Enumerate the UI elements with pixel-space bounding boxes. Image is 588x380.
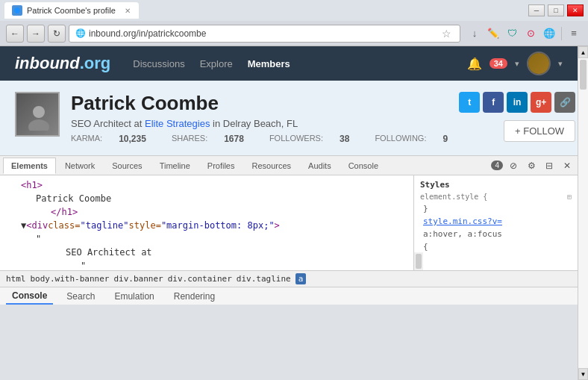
facebook-button[interactable]: f — [483, 92, 504, 113]
error-badge: 4 — [491, 161, 503, 170]
tab-sources[interactable]: Sources — [104, 158, 150, 174]
tab-close-button[interactable]: ✕ — [125, 7, 131, 15]
devtools-tabs: Elements Network Sources Timeline Profil… — [0, 156, 578, 175]
breadcrumb-div-container[interactable]: div.container — [168, 274, 232, 284]
tab-resources[interactable]: Resources — [243, 158, 299, 174]
breadcrumb-html[interactable]: html — [6, 274, 26, 284]
scroll-track[interactable] — [578, 58, 588, 368]
breadcrumb-div-tagline[interactable]: div.tagline — [237, 274, 291, 284]
triangle-icon: ▼ — [21, 220, 26, 231]
devtools-close-icon[interactable]: ✕ — [560, 158, 575, 173]
bookmark-button[interactable]: ☆ — [439, 26, 454, 41]
refresh-button[interactable]: ↻ — [48, 25, 66, 43]
social-links: t f in g+ 🔗 — [459, 92, 575, 113]
breadcrumb-a[interactable]: a — [295, 273, 307, 284]
forward-button[interactable]: → — [27, 25, 45, 43]
breadcrumb-div-banner[interactable]: div.banner — [113, 274, 163, 284]
company-link[interactable]: Elite Strategies — [145, 118, 210, 129]
svg-point-0 — [14, 7, 20, 13]
tab-network[interactable]: Network — [57, 158, 103, 174]
scroll-thumb[interactable] — [580, 60, 587, 90]
styles-header: Styles — [417, 178, 575, 191]
tab-timeline[interactable]: Timeline — [151, 158, 198, 174]
quote-1: " — [36, 234, 41, 244]
breadcrumb-body[interactable]: body.with-banner — [31, 274, 110, 284]
nav-separator — [561, 27, 562, 40]
profile-avatar — [15, 92, 60, 137]
maximize-button[interactable]: □ — [548, 4, 564, 16]
main-area: inbound.org Discussions Explore Members … — [0, 46, 578, 380]
nav-discussions[interactable]: Discussions — [133, 58, 184, 69]
extension-icon-2[interactable]: 🛡 — [504, 25, 520, 42]
googleplus-button[interactable]: g+ — [531, 92, 551, 113]
devtools-code-panel[interactable]: <h1> Patrick Coombe </h1> ▼ <div — [0, 175, 413, 270]
code-line-4: ▼ <div class="tagline" style="margin-bot… — [6, 219, 407, 232]
devtools-breadcrumb: html body.with-banner div.banner div.con… — [0, 270, 578, 287]
style-hover-selector: a:hover, a:focus — [417, 228, 575, 240]
site-logo: inbound.org — [15, 54, 110, 73]
code-line-5: " — [6, 232, 407, 246]
avatar-dropdown[interactable]: ▾ — [558, 59, 563, 69]
tab-console[interactable]: Console — [340, 158, 387, 174]
extension-icon-3[interactable]: ⊙ — [522, 25, 539, 42]
profile-title: SEO Architect at Elite Strategies in Del… — [71, 118, 448, 129]
link-button[interactable]: 🔗 — [554, 92, 575, 113]
tab-profiles[interactable]: Profiles — [199, 158, 243, 174]
logo-text: inbound — [15, 54, 80, 72]
scroll-up-button[interactable]: ▲ — [578, 46, 588, 58]
tab-title: Patrick Coombe's profile — [27, 6, 116, 15]
download-icon[interactable]: ↓ — [466, 25, 483, 42]
nav-explore[interactable]: Explore — [200, 58, 233, 69]
nav-icons: ↓ ✏️ 🛡 ⊙ 🌐 ≡ — [466, 25, 582, 42]
linkedin-button[interactable]: in — [507, 92, 528, 113]
user-menu-arrow[interactable]: ▾ — [515, 59, 519, 69]
more-button[interactable]: ≡ — [566, 25, 582, 42]
tab-audits[interactable]: Audits — [300, 158, 340, 174]
tag-div-bracket: > — [275, 220, 280, 231]
styles-scroll-thumb[interactable] — [416, 254, 422, 269]
profile-area: Patrick Coombe SEO Architect at Elite St… — [0, 81, 578, 155]
notification-bell[interactable]: 🔔 — [467, 57, 482, 71]
console-tab-search[interactable]: Search — [60, 289, 101, 304]
location-text: in Delray Beach, FL — [213, 118, 298, 129]
tag-h1-open: <h1> — [21, 180, 43, 190]
devtools-right-controls: 4 ⊘ ⚙ ⊟ ✕ — [491, 158, 575, 173]
tab-elements[interactable]: Elements — [3, 158, 56, 174]
close-button[interactable]: ✕ — [567, 4, 584, 16]
attr-style: style= — [129, 220, 161, 231]
window-controls: ─ □ ✕ — [528, 4, 584, 16]
console-tab-rendering[interactable]: Rendering — [168, 289, 221, 304]
styles-scrollbar — [414, 252, 423, 270]
minimize-button[interactable]: ─ — [528, 4, 545, 16]
style-hover-open: { — [417, 240, 575, 252]
extension-icon-1[interactable]: ✏️ — [485, 25, 501, 42]
devtools-styles-panel: Styles element.style { ⊞ } style.min.css… — [413, 175, 578, 270]
scroll-down-button[interactable]: ▼ — [578, 368, 588, 380]
logo-org: .org — [80, 54, 111, 72]
extension-icon-4[interactable]: 🌐 — [541, 25, 557, 42]
following-label: FOLLOWING: — [375, 134, 426, 144]
console-tab-console[interactable]: Console — [6, 288, 53, 305]
profile-right: t f in g+ 🔗 + FOLLOW — [459, 92, 575, 142]
tag-h1-close: </h1> — [51, 207, 78, 217]
browser-tab[interactable]: Patrick Coombe's profile ✕ — [4, 2, 139, 19]
browser-frame: Patrick Coombe's profile ✕ ─ □ ✕ ← → ↻ 🌐… — [0, 0, 588, 380]
devtools-settings-icon[interactable]: ⚙ — [524, 158, 539, 173]
follow-button[interactable]: + FOLLOW — [504, 120, 575, 142]
back-button[interactable]: ← — [6, 25, 24, 43]
console-tab-emulation[interactable]: Emulation — [108, 289, 160, 304]
address-bar[interactable]: 🌐 inbound.org/in/patrickcoombe ☆ — [69, 25, 460, 43]
karma-label: KARMA: — [71, 134, 102, 144]
css-file-link[interactable]: style.min.css?v= — [423, 217, 502, 226]
user-avatar[interactable] — [527, 52, 551, 75]
nav-members[interactable]: Members — [248, 58, 290, 69]
page-content: inbound.org Discussions Explore Members … — [0, 46, 588, 380]
header-right: 🔔 34 ▾ ▾ — [467, 52, 563, 75]
twitter-button[interactable]: t — [459, 92, 480, 113]
notification-count[interactable]: 34 — [490, 58, 507, 69]
devtools-filter-icon[interactable]: ⊘ — [506, 158, 521, 173]
devtools-dock-icon[interactable]: ⊟ — [542, 158, 557, 173]
content-scroll-wrapper: inbound.org Discussions Explore Members … — [0, 46, 588, 380]
tag-div-open: <div — [26, 220, 48, 231]
code-line-3: </h1> — [6, 205, 407, 219]
